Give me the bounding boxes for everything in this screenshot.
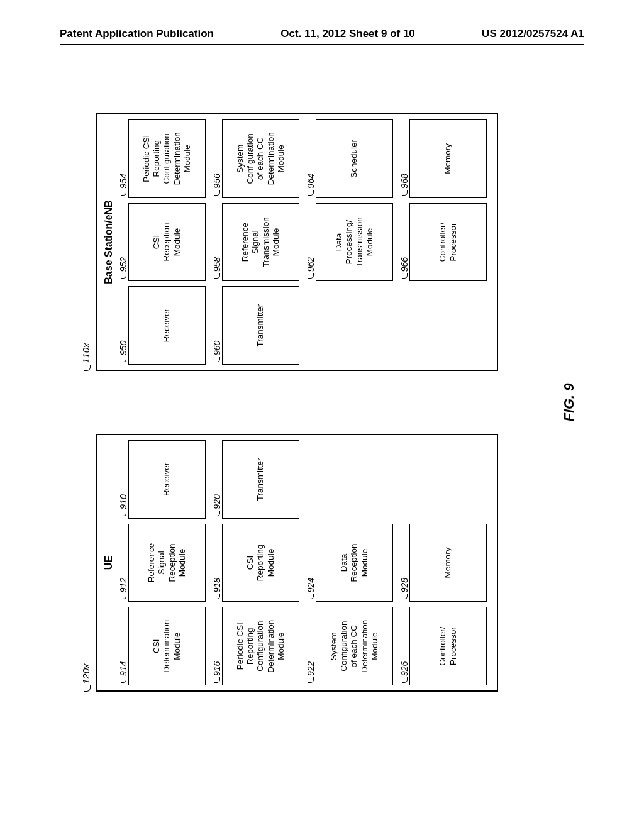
scheduler: Scheduler [316,119,393,198]
module-cell: 964Scheduler [306,119,393,198]
page-header: Patent Application Publication Oct. 11, … [60,28,584,40]
receiver: Receiver [128,440,206,519]
header-left: Patent Application Publication [60,28,214,40]
module-cell: 924DataReceptionModule [306,524,393,602]
module-cell: 916Periodic CSIReportingConfigurationDet… [212,607,299,685]
ue-col-mid: 912ReferenceSignalReceptionModule 918CSI… [118,524,487,602]
module-cell: 958ReferenceSignalTransmissionModule [212,203,299,282]
module-cell: 960Transmitter [212,286,299,365]
ue-columns: 914CSIDeterminationModule 916Periodic CS… [118,440,487,685]
csi-reporting-module: CSIReportingModule [222,524,299,602]
enb-ref: 110x [80,343,91,371]
module-cell: 966Controller/Processor [399,203,487,282]
module-cell: 968Memory [399,119,487,198]
ref-signal-tx-module: ReferenceSignalTransmissionModule [222,203,299,282]
module-cell: 912ReferenceSignalReceptionModule [118,524,206,602]
module-cell: 928Memory [399,524,487,602]
header-center: Oct. 11, 2012 Sheet 9 of 10 [280,28,415,40]
ue-col-left: 914CSIDeterminationModule 916Periodic CS… [118,607,487,685]
ue-ref: 120x [80,663,91,692]
enb-col-mid: 952CSIReceptionModule 958ReferenceSignal… [118,203,487,282]
controller-processor: Controller/Processor [409,607,487,685]
module-cell: 954Periodic CSIReportingConfigurationDet… [118,119,206,198]
header-rule [60,44,584,45]
ue-device: 120x UE 914CSIDeterminationModule 916Per… [96,434,548,692]
periodic-csi-config-module: Periodic CSIReportingConfigurationDeterm… [222,607,299,685]
transmitter: Transmitter [222,440,299,519]
module-cell: 910Receiver [118,440,206,519]
enb-title: Base Station/eNB [103,119,114,365]
ue-col-right: 910Receiver 920Transmitter [118,440,487,519]
enb-device: 110x Base Station/eNB 950Receiver 960Tra… [96,113,548,371]
module-cell: 926Controller/Processor [399,607,487,685]
diagram: 120x UE 914CSIDeterminationModule 916Per… [96,94,548,711]
ue-box: UE 914CSIDeterminationModule 916Periodic… [96,434,498,692]
csi-reception-module: CSIReceptionModule [128,203,206,282]
module-cell: 952CSIReceptionModule [118,203,206,282]
controller-processor: Controller/Processor [409,203,487,282]
memory: Memory [409,119,487,198]
module-cell: 922SystemConfigurationof each CCDetermin… [306,607,393,685]
header-right: US 2012/0257524 A1 [482,28,584,40]
module-cell: 918CSIReportingModule [212,524,299,602]
receiver: Receiver [128,286,206,365]
enb-box: Base Station/eNB 950Receiver 960Transmit… [96,113,498,371]
data-reception-module: DataReceptionModule [316,524,393,602]
figure-content: 120x UE 914CSIDeterminationModule 916Per… [20,150,624,655]
transmitter: Transmitter [222,286,299,365]
data-processing-tx-module: DataProcessing/TransmissionModule [316,203,393,282]
module-cell: 920Transmitter [212,440,299,519]
module-cell: 950Receiver [118,286,206,365]
ue-title: UE [103,440,114,685]
module-cell: 962DataProcessing/TransmissionModule [306,203,393,282]
memory: Memory [409,524,487,602]
enb-col-right: 954Periodic CSIReportingConfigurationDet… [118,119,487,198]
figure-caption: FIG. 9 [561,383,577,421]
module-cell: 956SystemConfigurationof each CCDetermin… [212,119,299,198]
page: Patent Application Publication Oct. 11, … [0,0,644,830]
enb-columns: 950Receiver 960Transmitter 952CSIRecepti… [118,119,487,365]
system-config-cc-module: SystemConfigurationof each CCDeterminati… [316,607,393,685]
module-cell: 914CSIDeterminationModule [118,607,206,685]
periodic-csi-config-module: Periodic CSIReportingConfigurationDeterm… [128,119,206,198]
enb-col-left: 950Receiver 960Transmitter [118,286,487,365]
ref-signal-reception-module: ReferenceSignalReceptionModule [128,524,206,602]
csi-determination-module: CSIDeterminationModule [128,607,206,685]
system-config-cc-module: SystemConfigurationof each CCDeterminati… [222,119,299,198]
